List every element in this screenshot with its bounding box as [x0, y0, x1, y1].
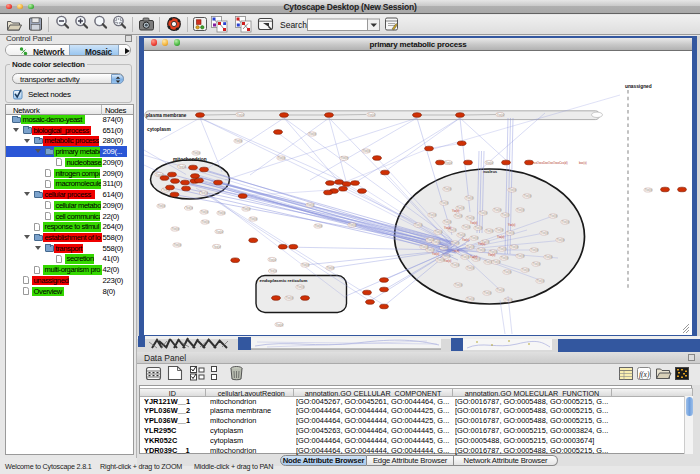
svg-text:Yxx(x): Yxx(x) [494, 208, 502, 212]
svg-text:Yxx(x): Yxx(x) [475, 226, 483, 230]
svg-text:Yxx(x): Yxx(x) [537, 279, 545, 283]
svg-text:Yxx(x): Yxx(x) [497, 235, 504, 239]
svg-text:Yxx(x): Yxx(x) [470, 221, 477, 225]
svg-text:Yxx(x): Yxx(x) [286, 296, 294, 300]
svg-text:Yxx(x): Yxx(x) [444, 226, 451, 230]
svg-text:Yxx(x): Yxx(x) [493, 260, 501, 264]
svg-text:Yxx(x): Yxx(x) [517, 208, 525, 212]
svg-text:Yxx(x): Yxx(x) [467, 216, 475, 220]
svg-text:box(x): box(x) [579, 161, 587, 165]
svg-text:Yxx(x): Yxx(x) [341, 156, 349, 160]
svg-text:Yxx(x): Yxx(x) [467, 266, 475, 270]
svg-text:f(x): f(x) [639, 370, 650, 379]
svg-text:Yxx(x): Yxx(x) [452, 209, 459, 213]
svg-text:Yxx(x): Yxx(x) [201, 210, 209, 214]
svg-text:Yxx(x): Yxx(x) [216, 230, 224, 234]
svg-text:Yxx(x): Yxx(x) [368, 113, 376, 117]
svg-text:Yxx(x): Yxx(x) [486, 161, 494, 165]
svg-text:Yxx(x): Yxx(x) [235, 139, 243, 143]
svg-text:Yxx(x): Yxx(x) [237, 113, 245, 117]
svg-text:Yxx(x): Yxx(x) [488, 253, 495, 257]
svg-text:Yxx(x): Yxx(x) [243, 207, 251, 211]
svg-text:Yxx(x): Yxx(x) [485, 260, 493, 264]
svg-text:Yxx(x): Yxx(x) [444, 187, 452, 191]
svg-text:Yxx(x): Yxx(x) [297, 285, 305, 289]
svg-text:Yxx(x): Yxx(x) [172, 227, 180, 231]
svg-text:Yxx(x): Yxx(x) [218, 211, 226, 215]
svg-text:Yxx(x): Yxx(x) [550, 214, 558, 218]
svg-text:Yxx(x): Yxx(x) [497, 113, 505, 117]
svg-text:Yxx(x): Yxx(x) [467, 297, 475, 301]
svg-text:Yxx(x): Yxx(x) [517, 254, 525, 258]
svg-text:Yxx(x): Yxx(x) [478, 248, 486, 252]
svg-text:Yxx(x): Yxx(x) [302, 263, 310, 267]
svg-text:Yxx(x): Yxx(x) [541, 231, 549, 235]
svg-text:Yxx(x): Yxx(x) [562, 220, 570, 224]
svg-text:Yxx(x): Yxx(x) [466, 196, 474, 200]
svg-text:Yxx(x): Yxx(x) [502, 213, 510, 217]
svg-text:Yxx(x): Yxx(x) [435, 230, 443, 234]
svg-text:Yxx(x): Yxx(x) [363, 149, 371, 153]
svg-text:Yxx(x): Yxx(x) [463, 225, 471, 229]
svg-text:Yxx(x): Yxx(x) [455, 283, 463, 287]
svg-text:Yxx(x): Yxx(x) [458, 233, 466, 237]
svg-text:Yxx(x): Yxx(x) [178, 165, 186, 169]
svg-text:Yxx(x): Yxx(x) [507, 231, 515, 235]
svg-text:Yxx(x): Yxx(x) [455, 214, 463, 218]
svg-text:Yxx(x): Yxx(x) [531, 248, 539, 252]
svg-text:mitochondrion: mitochondrion [173, 157, 207, 162]
svg-text:Yxx(x): Yxx(x) [486, 229, 494, 233]
svg-text:Yxx(x): Yxx(x) [269, 258, 277, 262]
svg-text:Yxx(x): Yxx(x) [200, 191, 208, 195]
svg-text:Yxx(x): Yxx(x) [524, 194, 532, 198]
svg-text:Yxx(x): Yxx(x) [533, 262, 541, 266]
svg-text:Yxx(x): Yxx(x) [462, 255, 470, 259]
svg-text:Yxx(x): Yxx(x) [429, 213, 437, 217]
svg-text:Yxx(x): Yxx(x) [462, 238, 469, 242]
svg-text:Yxx(x): Yxx(x) [174, 243, 182, 247]
svg-text:Yxx(x): Yxx(x) [522, 268, 530, 272]
svg-text:Yxx(x): Yxx(x) [193, 151, 201, 155]
svg-text:Yxx(x): Yxx(x) [307, 203, 315, 207]
svg-text:Yxx(x): Yxx(x) [433, 240, 441, 244]
svg-text:Yxx(x): Yxx(x) [444, 220, 452, 224]
svg-text:plasma membrane: plasma membrane [146, 113, 187, 118]
svg-text:Search:: Search: [280, 20, 309, 30]
svg-text:Yxx(x): Yxx(x) [445, 161, 453, 165]
svg-text:xxOxxxDxxOxxOxxxCxx(d): xxOxxxDxxOxxOxxxCxx(d) [534, 161, 568, 165]
svg-text:Yxx(x): Yxx(x) [269, 269, 277, 273]
svg-text:Yxx(x): Yxx(x) [511, 245, 519, 249]
svg-text:Yxx(x): Yxx(x) [278, 156, 286, 160]
svg-text:Yxx(x): Yxx(x) [315, 224, 323, 228]
svg-text:Yxx(x): Yxx(x) [484, 291, 492, 295]
svg-text:Yxx(x): Yxx(x) [432, 252, 439, 256]
svg-text:Yxx(x): Yxx(x) [250, 217, 258, 221]
svg-text:Yxx(x): Yxx(x) [508, 223, 515, 227]
svg-text:Yxx(x): Yxx(x) [480, 211, 488, 215]
svg-text:Yxx(x): Yxx(x) [645, 188, 653, 192]
svg-text:Yxx(x): Yxx(x) [427, 248, 435, 252]
svg-text:Yxx(x): Yxx(x) [309, 132, 317, 136]
svg-text:Yxx(x): Yxx(x) [349, 223, 357, 227]
svg-text:Yxx(x): Yxx(x) [501, 256, 509, 260]
svg-text:Yxx(x): Yxx(x) [202, 220, 210, 224]
svg-text:Yxx(x): Yxx(x) [327, 266, 335, 270]
svg-text:Yxx(x): Yxx(x) [158, 204, 166, 208]
svg-text:cytoplasm: cytoplasm [147, 127, 171, 132]
svg-text:Yxx(x): Yxx(x) [497, 288, 505, 292]
svg-text:Yxx(x): Yxx(x) [415, 223, 423, 227]
svg-text:endoplasmic reticulum: endoplasmic reticulum [260, 278, 308, 283]
svg-text:Yxx(x): Yxx(x) [213, 245, 221, 249]
svg-text:Yxx(x): Yxx(x) [452, 263, 460, 267]
svg-text:nucleus: nucleus [483, 170, 497, 174]
svg-text:Yxx(x): Yxx(x) [509, 188, 517, 192]
svg-text:Yxx(x): Yxx(x) [504, 270, 512, 274]
svg-text:Yxx(x): Yxx(x) [557, 238, 565, 242]
svg-text:unassigned: unassigned [625, 84, 652, 89]
svg-text:Yxx(x): Yxx(x) [478, 242, 485, 246]
svg-text:Yxx(x): Yxx(x) [545, 255, 553, 259]
svg-text:Yxx(x): Yxx(x) [499, 247, 507, 251]
svg-text:Yxx(x): Yxx(x) [444, 259, 451, 263]
svg-text:Yxx(x): Yxx(x) [276, 323, 284, 327]
svg-text:Yxx(x): Yxx(x) [185, 206, 193, 210]
